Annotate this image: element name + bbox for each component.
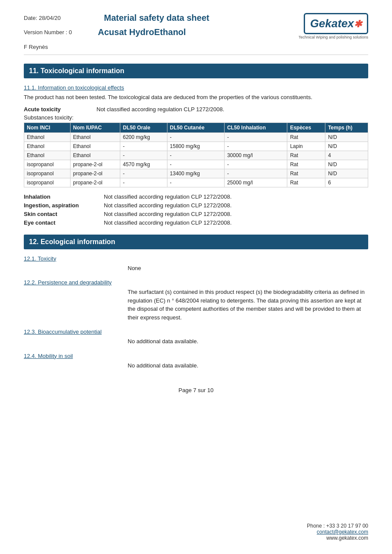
- eco-indent-1: [24, 264, 128, 273]
- subsection-12-3-content: No additional data available.: [24, 337, 368, 346]
- substances-label: Substances toxicity:: [24, 114, 368, 121]
- subsection-12-1-title[interactable]: 12.1. Toxicity: [24, 255, 56, 262]
- col-dl50-orale: DL50 Orale: [120, 122, 167, 132]
- subsection-12-2-text: The surfactant (s) contained in this pro…: [128, 288, 368, 322]
- subsection-12-4-title[interactable]: 12.4. Mobility in soil: [24, 353, 73, 359]
- col-especes: Espèces: [287, 122, 325, 132]
- subsection-12-1: 12.1. Toxicity None: [24, 255, 368, 273]
- product-name: Acusat HydroEthanol: [98, 27, 186, 37]
- property-row: Ingestion, aspirationNot classified acco…: [24, 202, 368, 209]
- property-value: Not classified according regulation CLP …: [104, 219, 368, 226]
- subsection-11-1-text: The product has not been tested. The tox…: [24, 93, 368, 102]
- table-row: isopropanolpropane-2-ol--25000 mg/lRat6: [24, 178, 368, 187]
- logo-tagline: Technical Wiping and polishing solutions: [299, 35, 368, 39]
- subsection-12-1-content: None: [24, 264, 368, 273]
- table-header-row: Nom INCI Nom IUPAC DL50 Orale DL50 Cutan…: [24, 122, 368, 132]
- eco-indent-3: [24, 337, 128, 346]
- table-row: EthanolEthanol--30000 mg/lRat4: [24, 151, 368, 160]
- property-value: Not classified according regulation CLP …: [104, 202, 368, 209]
- col-dl50-cutanee: DL50 Cutanée: [167, 122, 224, 132]
- acute-toxicity-label: Acute toxicity: [24, 106, 93, 113]
- header-date: Date: 28/04/20: [24, 15, 61, 21]
- subsection-12-2: 12.2. Persistence and degradability The …: [24, 279, 368, 322]
- logo-text: Gekatex✱: [310, 17, 362, 30]
- footer-contact: Phone : +33 3 20 17 97 00 contact@gekate…: [307, 523, 368, 541]
- subsection-11-1-title[interactable]: 11.1. Information on toxicological effec…: [24, 84, 124, 91]
- subsection-12-3: 12.3. Bioaccumulative potential No addit…: [24, 329, 368, 346]
- subsection-12-4-content: No additional data available.: [24, 361, 368, 370]
- property-label: Ingestion, aspiration: [24, 202, 104, 209]
- table-row: EthanolEthanol6200 mg/kg--RatN/D: [24, 132, 368, 142]
- document-title: Material safety data sheet: [104, 13, 209, 23]
- footer-phone: Phone : +33 3 20 17 97 00: [307, 523, 368, 529]
- header-version-row: Version Number : 0 Acusat HydroEthanol: [24, 27, 209, 37]
- logo-area: Gekatex✱ Technical Wiping and polishing …: [299, 13, 368, 39]
- col-nom-inci: Nom INCI: [24, 122, 71, 132]
- property-row: Eye contactNot classified according regu…: [24, 219, 368, 226]
- subsection-12-1-text: None: [128, 264, 368, 273]
- property-row: InhalationNot classified according regul…: [24, 193, 368, 200]
- company-logo: Gekatex✱: [304, 13, 368, 34]
- property-row: Skin contactNot classified according reg…: [24, 211, 368, 217]
- properties-container: InhalationNot classified according regul…: [24, 193, 368, 226]
- section-11-bar: 11. Toxicological information: [24, 64, 368, 78]
- col-cl50-inhalation: CL50 Inhalation: [224, 122, 287, 132]
- header-version: Version Number : 0: [24, 29, 72, 35]
- section-12-title: 12. Ecological information: [29, 238, 115, 245]
- eco-indent-4: [24, 361, 128, 370]
- section-12-bar: 12. Ecological information: [24, 235, 368, 249]
- toxicology-table: Nom INCI Nom IUPAC DL50 Orale DL50 Cutan…: [24, 122, 368, 187]
- col-temps: Temps (h): [325, 122, 368, 132]
- property-label: Inhalation: [24, 193, 104, 200]
- page-number: Page 7 sur 10: [179, 387, 214, 393]
- property-label: Eye contact: [24, 219, 104, 226]
- table-row: EthanolEthanol-15800 mg/kg-LapinN/D: [24, 142, 368, 151]
- subsection-11-1: 11.1. Information on toxicological effec…: [24, 84, 368, 226]
- table-row: isopropanolpropane-2-ol4570 mg/kg--RatN/…: [24, 160, 368, 169]
- subsection-12-2-content: The surfactant (s) contained in this pro…: [24, 288, 368, 322]
- header-left: Date: 28/04/20 Material safety data shee…: [24, 13, 209, 50]
- table-row: isopropanolpropane-2-ol-13400 mg/kg-RatN…: [24, 169, 368, 178]
- acute-toxicity-value: Not classified according regulation CLP …: [96, 106, 224, 113]
- property-value: Not classified according regulation CLP …: [104, 211, 368, 217]
- subsection-12-4-text: No additional data available.: [128, 361, 368, 370]
- subsection-12-3-text: No additional data available.: [128, 337, 368, 346]
- logo-arrow-icon: ✱: [354, 19, 362, 29]
- property-value: Not classified according regulation CLP …: [104, 193, 368, 200]
- col-nom-iupac: Nom IUPAC: [70, 122, 120, 132]
- header-divider: [24, 55, 368, 55]
- footer-email[interactable]: contact@gekatex.com: [317, 529, 368, 535]
- subsection-12-3-title[interactable]: 12.3. Bioaccumulative potential: [24, 329, 102, 335]
- footer-website: www.gekatex.com: [307, 535, 368, 541]
- section-11-title: 11. Toxicological information: [29, 67, 124, 74]
- header-author: F Reynès: [24, 44, 209, 50]
- property-label: Skin contact: [24, 211, 104, 217]
- acute-toxicity-row: Acute toxicity Not classified according …: [24, 106, 368, 113]
- page-footer: Page 7 sur 10: [24, 387, 368, 393]
- eco-indent-2: [24, 288, 128, 322]
- subsection-12-2-title[interactable]: 12.2. Persistence and degradability: [24, 279, 112, 286]
- subsection-12-4: 12.4. Mobility in soil No additional dat…: [24, 353, 368, 370]
- page-header: Date: 28/04/20 Material safety data shee…: [24, 13, 368, 50]
- header-date-row: Date: 28/04/20 Material safety data shee…: [24, 13, 209, 23]
